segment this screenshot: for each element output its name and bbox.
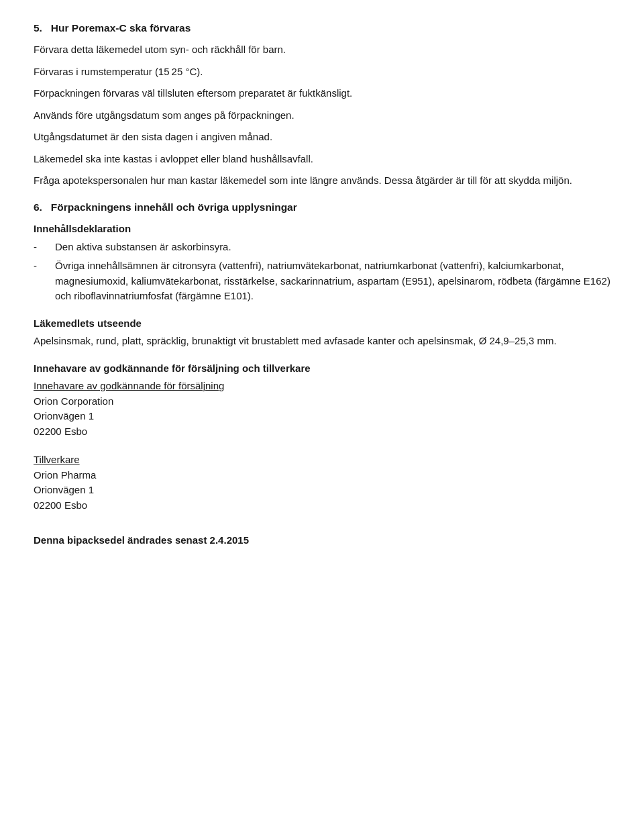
section-5-number: 5. xyxy=(34,22,42,34)
section-5-para4: Används före utgångsdatum som anges på f… xyxy=(34,108,610,124)
bullet-dash-2: - xyxy=(34,258,50,304)
innehavare-address1: Orionvägen 1 xyxy=(34,409,610,424)
tillverkare-address-block: Tillverkare Orion Pharma Orionvägen 1 02… xyxy=(34,452,610,513)
tillverkare-name: Orion Pharma xyxy=(34,468,610,483)
innehavare-name: Orion Corporation xyxy=(34,394,610,409)
section-5: 5. Hur Poremax-C ska förvaras Förvara de… xyxy=(34,20,610,189)
innehall-heading: Innehållsdeklaration xyxy=(34,222,610,237)
innehavare-sub-heading: Innehavare av godkännande för försäljnin… xyxy=(34,379,610,394)
section-6-title: Förpackningens innehåll och övriga upply… xyxy=(51,201,297,213)
section-5-para6: Läkemedel ska inte kastas i avloppet ell… xyxy=(34,152,610,167)
innehall-item-2: - Övriga innehållsämnen är citronsyra (v… xyxy=(34,258,610,304)
innehavare-address2: 02200 Esbo xyxy=(34,424,610,440)
innehavare-heading: Innehavare av godkännande för försäljnin… xyxy=(34,361,610,377)
section-5-para3: Förpackningen förvaras väl tillsluten ef… xyxy=(34,86,610,101)
last-changed: Denna bipacksedel ändrades senast 2.4.20… xyxy=(34,533,610,548)
section-5-title: Hur Poremax-C ska förvaras xyxy=(51,22,191,34)
tillverkare-address2: 02200 Esbo xyxy=(34,498,610,513)
utseende-block: Läkemedlets utseende Apelsinsmak, rund, … xyxy=(34,316,610,349)
innehavare-block: Innehavare av godkännande för försäljnin… xyxy=(34,361,610,513)
bullet-text-1: Den aktiva substansen är askorbinsyra. xyxy=(55,240,231,255)
bullet-text-2: Övriga innehållsämnen är citronsyra (vat… xyxy=(55,258,610,304)
section-5-para1: Förvara detta läkemedel utom syn- och rä… xyxy=(34,42,610,58)
section-6-number: 6. xyxy=(34,201,42,213)
innehall-list: - Den aktiva substansen är askorbinsyra.… xyxy=(34,240,610,304)
innehavare-address-block: Innehavare av godkännande för försäljnin… xyxy=(34,379,610,439)
section-5-para2: Förvaras i rumstemperatur (15 25 °C). xyxy=(34,64,610,80)
section-5-heading: 5. Hur Poremax-C ska förvaras xyxy=(34,20,610,36)
innehall-block: Innehållsdeklaration - Den aktiva substa… xyxy=(34,222,610,304)
tillverkare-sub-heading: Tillverkare xyxy=(34,452,610,468)
innehall-item-1: - Den aktiva substansen är askorbinsyra. xyxy=(34,240,610,255)
section-5-para8: Dessa åtgärder är till för att skydda mi… xyxy=(384,175,572,186)
section-5-para7: Fråga apotekspersonalen hur man kastar l… xyxy=(34,175,382,186)
bullet-dash-1: - xyxy=(34,240,50,255)
utseende-heading: Läkemedlets utseende xyxy=(34,316,610,332)
section-6: 6. Förpackningens innehåll och övriga up… xyxy=(34,199,610,548)
section-6-heading: 6. Förpackningens innehåll och övriga up… xyxy=(34,199,610,215)
tillverkare-address1: Orionvägen 1 xyxy=(34,483,610,498)
section-5-para7-8: Fråga apotekspersonalen hur man kastar l… xyxy=(34,173,610,189)
utseende-text: Apelsinsmak, rund, platt, spräcklig, bru… xyxy=(34,334,610,349)
section-5-para5: Utgångsdatumet är den sista dagen i angi… xyxy=(34,130,610,145)
